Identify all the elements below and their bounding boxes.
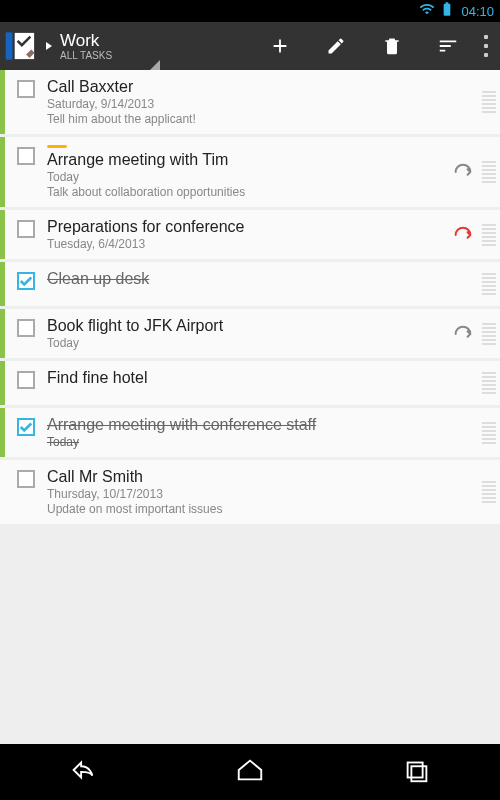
checkbox-wrap[interactable] (5, 460, 47, 524)
task-checkbox[interactable] (17, 272, 35, 290)
task-body[interactable]: Arrange meeting with conference staffTod… (47, 408, 448, 457)
task-body[interactable]: Clean up desk (47, 262, 448, 306)
android-nav-bar (0, 744, 500, 800)
svg-rect-2 (407, 763, 422, 778)
checkbox-wrap[interactable] (5, 137, 47, 207)
task-date: Thursday, 10/17/2013 (47, 487, 444, 501)
task-row[interactable]: Find fine hotel (0, 361, 500, 405)
recent-apps-button[interactable] (402, 755, 432, 789)
overflow-menu-button[interactable] (476, 35, 496, 57)
drag-handle[interactable] (482, 408, 496, 457)
svg-rect-0 (6, 32, 13, 59)
priority-indicator (47, 145, 67, 148)
checkbox-wrap[interactable] (5, 408, 47, 457)
android-status-bar: 04:10 (0, 0, 500, 22)
task-checkbox[interactable] (17, 418, 35, 436)
task-title: Arrange meeting with Tim (47, 151, 444, 169)
task-date: Today (47, 336, 444, 350)
task-row[interactable]: Preparations for conferenceTuesday, 6/4/… (0, 210, 500, 259)
task-body[interactable]: Book flight to JFK AirportToday (47, 309, 448, 358)
checkbox-wrap[interactable] (5, 309, 47, 358)
task-title: Call Baxxter (47, 78, 444, 96)
task-checkbox[interactable] (17, 371, 35, 389)
dropdown-indicator-icon (150, 60, 160, 70)
task-row[interactable]: Arrange meeting with conference staffTod… (0, 408, 500, 457)
task-date: Today (47, 435, 444, 449)
list-selector[interactable]: Work ALL TASKS (40, 22, 160, 70)
checkbox-wrap[interactable] (5, 361, 47, 405)
task-note: Talk about collaboration opportunities (47, 185, 444, 199)
task-list[interactable]: Call BaxxterSaturday, 9/14/2013Tell him … (0, 70, 500, 744)
action-bar: Work ALL TASKS (0, 22, 500, 70)
task-row[interactable]: Call BaxxterSaturday, 9/14/2013Tell him … (0, 70, 500, 134)
drag-handle[interactable] (482, 361, 496, 405)
task-date: Saturday, 9/14/2013 (47, 97, 444, 111)
task-title: Clean up desk (47, 270, 444, 288)
wifi-icon (419, 1, 435, 21)
drag-handle[interactable] (482, 210, 496, 259)
task-body[interactable]: Preparations for conferenceTuesday, 6/4/… (47, 210, 448, 259)
recurring-icon (448, 210, 478, 259)
status-time: 04:10 (461, 4, 494, 19)
drag-handle[interactable] (482, 137, 496, 207)
task-checkbox[interactable] (17, 147, 35, 165)
task-body[interactable]: Arrange meeting with TimTodayTalk about … (47, 137, 448, 207)
list-subtitle: ALL TASKS (60, 51, 112, 61)
task-checkbox[interactable] (17, 80, 35, 98)
task-row[interactable]: Clean up desk (0, 262, 500, 306)
task-row[interactable]: Call Mr SmithThursday, 10/17/2013Update … (0, 460, 500, 524)
checkbox-wrap[interactable] (5, 262, 47, 306)
task-row[interactable]: Book flight to JFK AirportToday (0, 309, 500, 358)
task-note: Update on most important issues (47, 502, 444, 516)
list-title: Work (60, 32, 112, 49)
task-note: Tell him about the applicant! (47, 112, 444, 126)
drag-handle[interactable] (482, 309, 496, 358)
edit-button[interactable] (308, 22, 364, 70)
task-title: Preparations for conference (47, 218, 444, 236)
recurring-icon (448, 309, 478, 358)
delete-button[interactable] (364, 22, 420, 70)
task-row[interactable]: Arrange meeting with TimTodayTalk about … (0, 137, 500, 207)
back-button[interactable] (68, 755, 98, 789)
task-title: Arrange meeting with conference staff (47, 416, 444, 434)
add-button[interactable] (252, 22, 308, 70)
task-date: Today (47, 170, 444, 184)
recurring-icon (448, 137, 478, 207)
task-body[interactable]: Find fine hotel (47, 361, 448, 405)
task-body[interactable]: Call BaxxterSaturday, 9/14/2013Tell him … (47, 70, 448, 134)
home-button[interactable] (235, 755, 265, 789)
task-date: Tuesday, 6/4/2013 (47, 237, 444, 251)
drag-handle[interactable] (482, 70, 496, 134)
battery-icon (439, 1, 455, 21)
svg-rect-3 (411, 766, 426, 781)
drag-handle[interactable] (482, 460, 496, 524)
checkbox-wrap[interactable] (5, 70, 47, 134)
chevron-right-icon (44, 37, 54, 55)
task-checkbox[interactable] (17, 319, 35, 337)
task-checkbox[interactable] (17, 470, 35, 488)
drag-handle[interactable] (482, 262, 496, 306)
task-checkbox[interactable] (17, 220, 35, 238)
task-title: Find fine hotel (47, 369, 444, 387)
task-body[interactable]: Call Mr SmithThursday, 10/17/2013Update … (47, 460, 448, 524)
task-title: Call Mr Smith (47, 468, 444, 486)
checkbox-wrap[interactable] (5, 210, 47, 259)
app-icon[interactable] (4, 29, 38, 63)
sort-button[interactable] (420, 22, 476, 70)
task-title: Book flight to JFK Airport (47, 317, 444, 335)
